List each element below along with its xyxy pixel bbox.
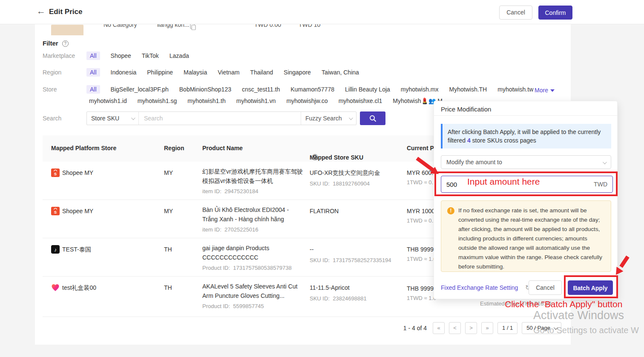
region-chip-singapore[interactable]: Singapore <box>284 69 311 76</box>
product-id: item ID: 29475230184 <box>202 188 259 194</box>
search-button[interactable] <box>360 111 385 125</box>
current-price-clipped: TWD 0.00 <box>254 24 281 28</box>
region-chip-indonesia[interactable]: Indonesia <box>111 69 137 76</box>
store-name: Shopee MY <box>62 169 93 176</box>
marketplace-chip-tiktok[interactable]: TikTok <box>142 52 159 59</box>
current-price: THB 99999 <box>407 285 437 292</box>
chevron-down-icon <box>554 326 558 330</box>
store-chip[interactable]: cnsc_test11.th <box>242 86 280 93</box>
region-chip-philippine[interactable]: Philippine <box>147 69 173 76</box>
region-chip-taiwan-china[interactable]: Taiwan, China <box>322 69 359 76</box>
exchange-rate: 1TWD ≈ 1.0 <box>407 256 436 262</box>
search-field-value: Store SKU <box>91 115 119 122</box>
exchange-rate: 1TWD ≈ 0.1 <box>407 179 436 186</box>
region-chip-vietnam[interactable]: Vietnam <box>218 69 239 76</box>
search-field-select[interactable]: Store SKU <box>87 112 139 125</box>
sku-value: 11-11.5-Apricot <box>310 284 350 291</box>
product-name: 幻影星空vr游戏机摩托车商用赛车驾驶模拟器vr体验馆设备一体机 <box>202 167 304 186</box>
tiktok-icon: ♪ <box>51 245 60 254</box>
marketplace-chip-lazada[interactable]: Lazada <box>170 52 189 59</box>
store-chip-all[interactable]: All <box>86 85 100 94</box>
region-value: TH <box>164 284 172 291</box>
store-chip[interactable]: myhotwishjw.co <box>286 97 328 104</box>
product-id: Product ID: 5599857745 <box>202 303 264 309</box>
last-page-button[interactable]: » <box>481 322 493 334</box>
price-modification-popup: Price Modification After clicking Batch … <box>434 101 618 299</box>
marketplace-chip-all[interactable]: All <box>86 51 100 60</box>
fixed-exchange-rate-link[interactable]: Fixed Exchange Rate Setting <box>441 280 518 295</box>
store-chip[interactable]: myhotwish.mx <box>401 86 439 93</box>
filtered-count: 4 <box>467 137 471 144</box>
store-chip[interactable]: myhotwish1.th <box>187 97 225 104</box>
store-name: TEST-泰国 <box>62 246 91 254</box>
sku-value: -- <box>310 246 313 253</box>
popup-title: Price Modification <box>441 106 491 113</box>
annotation-arrow-to-batch-apply <box>612 254 630 278</box>
annotation-click-hint: Click the "Batch Apply" button <box>505 299 622 309</box>
region-value: TH <box>164 246 172 253</box>
shopee-icon: S <box>51 169 60 177</box>
col-region: Region <box>164 145 184 151</box>
current-price: MYR 1000 <box>407 208 435 214</box>
store-chip[interactable]: Kumamon57778 <box>290 86 334 93</box>
copy-icon[interactable] <box>190 24 196 31</box>
annotation-arrow-to-input <box>414 157 442 178</box>
next-page-button[interactable]: > <box>465 322 477 334</box>
product-name-clipped: liangg kon... <box>157 24 190 28</box>
page-size-select[interactable]: 50 / Page <box>522 322 561 334</box>
sku-value: UFO-XR竞技大空间意向金 <box>310 169 380 177</box>
svg-text:S: S <box>54 210 57 214</box>
search-label: Search <box>43 115 86 122</box>
store-chip[interactable]: myhotwish.tw <box>497 86 533 93</box>
store-chip[interactable]: myhotwish1.vn <box>236 97 276 104</box>
search-icon <box>369 115 377 122</box>
sku-id: SKU ID: 1731757582527335194 <box>310 257 391 263</box>
screen: ← Edit Price Cancel Confirm No Category … <box>0 0 644 357</box>
sku-value: FLATIRON <box>310 208 339 214</box>
exchange-rate: 1TWD ≈ 1.0 <box>407 295 436 301</box>
col-mapped-platform-store: Mapped Platform Store <box>51 145 116 151</box>
filter-row-store-line1: Store All BigSeller_local3PF.ph BobMinio… <box>43 85 563 94</box>
shopee-icon: S <box>51 207 60 215</box>
store-chip[interactable]: myhotwish1.id <box>89 97 127 104</box>
more-stores-link[interactable]: More <box>535 87 555 94</box>
annotation-rect-batch-apply <box>564 275 618 298</box>
search-mode-select[interactable]: Fuzzy Search <box>301 112 356 125</box>
region-value: MY <box>164 208 173 214</box>
back-arrow-icon[interactable]: ← <box>37 6 46 16</box>
chevron-down-icon <box>349 116 353 120</box>
sku-id: SKU ID: 188192760904 <box>310 180 370 187</box>
warning-text: If no fixed exchange rate is set, the am… <box>458 206 606 271</box>
search-input[interactable] <box>139 112 301 125</box>
pagination: 1 - 4 of 4 « < > » 1 / 1 50 / Page <box>403 322 561 334</box>
clipped-table-row: No Category liangg kon... TWD 0.00 TWD 1… <box>43 24 563 35</box>
region-chip-thailand[interactable]: Thailand <box>250 69 273 76</box>
first-page-button[interactable]: « <box>433 322 445 334</box>
search-group: Store SKU Fuzzy Search <box>86 111 356 125</box>
page-title: Edit Price <box>49 8 82 16</box>
region-chip-malaysia[interactable]: Malaysia <box>184 69 207 76</box>
store-chip[interactable]: Myhotwish.TH <box>449 86 487 93</box>
confirm-button[interactable]: Confirm <box>538 6 572 20</box>
prev-page-button[interactable]: < <box>449 322 461 334</box>
store-chip[interactable]: myhotwishxe.cl1 <box>339 97 382 104</box>
filter-title-text: Filter <box>43 40 58 47</box>
more-label: More <box>535 87 548 94</box>
filter-title: Filter ? <box>43 40 69 47</box>
chevron-down-icon <box>131 116 135 120</box>
help-icon[interactable]: ? <box>62 40 69 47</box>
store-chip[interactable]: myhotwish1.sg <box>138 97 177 104</box>
store-chip[interactable]: BigSeller_local3PF.ph <box>111 86 169 93</box>
cancel-button[interactable]: Cancel <box>499 6 532 20</box>
region-chip-all[interactable]: All <box>86 68 100 77</box>
svg-text:S: S <box>54 171 57 176</box>
marketplace-chip-shopee[interactable]: Shopee <box>111 52 131 59</box>
popup-cancel-button[interactable]: Cancel <box>529 280 562 295</box>
help-icon[interactable]: ? <box>312 154 318 160</box>
chevron-down-icon <box>550 89 555 92</box>
modify-mode-select[interactable]: Modify the amount to <box>441 155 611 169</box>
store-chip[interactable]: BobMinionShop123 <box>179 86 231 93</box>
store-chip[interactable]: Lillin Beauty Loja <box>345 86 390 93</box>
sku-id: SKU ID: 23824698881 <box>310 295 367 302</box>
page-size-value: 50 / Page <box>526 323 550 334</box>
